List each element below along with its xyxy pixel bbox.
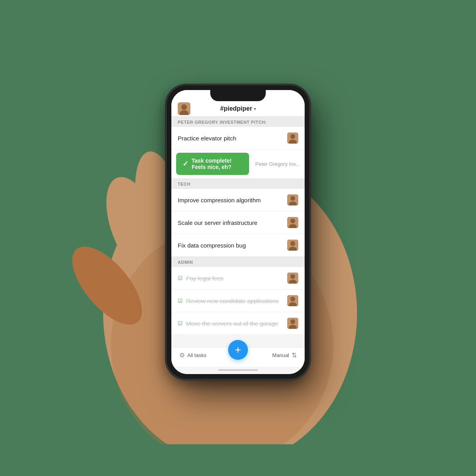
toast-notification: ✓ Task complete! Feels nice, eh? <box>176 153 249 175</box>
nav-all-tasks-label: All tasks <box>187 352 206 358</box>
workspace-name: #piedpiper <box>220 105 252 112</box>
avatar[interactable] <box>178 102 190 115</box>
screen-content: #piedpiper ▾ PETER GREGORY INVESTMENT PI… <box>171 90 305 374</box>
svg-point-11 <box>290 134 295 139</box>
task-text: Practice elevator pitch <box>178 135 287 142</box>
svg-point-1 <box>95 169 175 282</box>
avatar <box>287 318 298 329</box>
task-item-completed[interactable]: ☑ Pay legal fees <box>171 267 305 290</box>
phone-screen: #piedpiper ▾ PETER GREGORY INVESTMENT PI… <box>171 90 305 374</box>
avatar <box>287 295 298 306</box>
avatar <box>287 194 298 205</box>
chevron-down-icon: ▾ <box>254 107 256 111</box>
task-text-completed: Move the servers out of the garage <box>186 320 287 327</box>
svg-point-23 <box>290 274 295 279</box>
task-text: Fix data compression bug <box>178 242 287 249</box>
task-text-completed: Pay legal fees <box>186 275 287 282</box>
notch <box>210 90 266 101</box>
plus-icon: + <box>235 344 241 356</box>
section-header-tech: TECH <box>171 178 305 189</box>
checkbox-completed-icon: ☑ <box>178 320 183 326</box>
svg-point-14 <box>290 196 295 201</box>
svg-point-26 <box>290 297 295 301</box>
filter-icon: ⚙ <box>179 351 185 359</box>
sort-icon: ⇅ <box>292 351 297 359</box>
nav-all-tasks[interactable]: ⚙ All tasks <box>179 351 206 359</box>
task-text: Scale our server infrastructure <box>178 219 287 226</box>
nav-manual[interactable]: Manual ⇅ <box>272 351 297 359</box>
home-indicator <box>218 369 258 371</box>
header-title[interactable]: #piedpiper ▾ <box>220 105 256 112</box>
section-header-admin: ADMIN <box>171 257 305 267</box>
task-item[interactable]: Scale our server infrastructure <box>171 211 305 234</box>
svg-point-8 <box>181 104 187 110</box>
svg-point-20 <box>290 241 295 246</box>
checkbox-completed-icon: ☑ <box>178 298 183 304</box>
task-item[interactable]: Practice elevator pitch <box>171 127 305 150</box>
bottom-nav: ⚙ All tasks + Manual ⇅ <box>171 347 305 367</box>
task-item-completed[interactable]: ☑ Review new candidate applications <box>171 290 305 312</box>
toast-message: Task complete! Feels nice, eh? <box>192 157 243 170</box>
section-header-peter-gregory: PETER GREGORY INVESTMENT PITCH: <box>171 117 305 127</box>
toast-context: Peter Gregory Inv... <box>255 161 300 167</box>
avatar <box>287 240 298 251</box>
svg-point-29 <box>290 319 295 324</box>
checkbox-completed-icon: ☑ <box>178 275 183 281</box>
phone-shell: #piedpiper ▾ PETER GREGORY INVESTMENT PI… <box>167 85 309 379</box>
task-item-toast[interactable]: ✓ Task complete! Feels nice, eh? Peter G… <box>171 150 305 178</box>
nav-manual-label: Manual <box>272 352 289 358</box>
check-icon: ✓ <box>182 159 188 168</box>
task-item[interactable]: Improve compression algorithm <box>171 189 305 211</box>
task-item[interactable]: Fix data compression bug <box>171 234 305 257</box>
task-text: Improve compression algorithm <box>178 197 287 203</box>
scene: #piedpiper ▾ PETER GREGORY INVESTMENT PI… <box>79 40 397 436</box>
task-item-completed[interactable]: ☑ Move the servers out of the garage <box>171 312 305 335</box>
task-text-completed: Review new candidate applications <box>186 298 287 304</box>
phone: #piedpiper ▾ PETER GREGORY INVESTMENT PI… <box>167 85 309 379</box>
avatar <box>287 273 298 284</box>
avatar <box>287 217 298 228</box>
add-task-button[interactable]: + <box>228 340 248 360</box>
task-list: PETER GREGORY INVESTMENT PITCH: Practice… <box>171 117 305 347</box>
svg-point-5 <box>60 235 155 336</box>
avatar <box>287 132 298 144</box>
svg-point-17 <box>290 219 295 223</box>
